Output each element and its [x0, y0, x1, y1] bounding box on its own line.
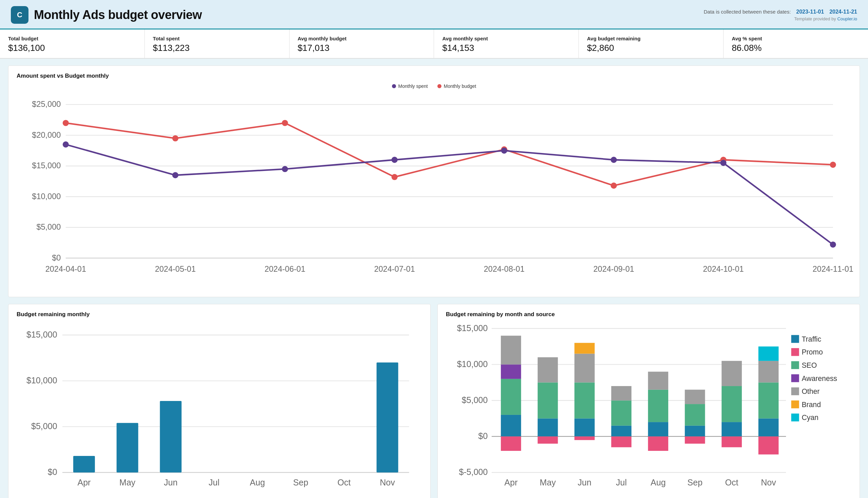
line-chart-card: Amount spent vs Budget monthly Monthly s…: [8, 65, 860, 297]
svg-text:$25,000: $25,000: [32, 100, 61, 108]
svg-rect-85: [574, 343, 595, 354]
svg-point-23: [63, 120, 69, 126]
date-end-link[interactable]: 2024-11-21: [829, 9, 857, 15]
svg-text:Promo: Promo: [802, 349, 823, 356]
svg-rect-80: [538, 436, 558, 444]
svg-text:$15,000: $15,000: [32, 161, 61, 170]
kpi-card-0: Total budget $136,100: [0, 29, 145, 58]
svg-point-31: [63, 142, 69, 147]
svg-text:Apr: Apr: [504, 478, 517, 487]
svg-point-32: [172, 172, 178, 178]
legend-budget: Monthly budget: [437, 83, 476, 89]
svg-point-37: [720, 160, 726, 166]
svg-point-24: [172, 135, 178, 142]
svg-text:Oct: Oct: [725, 478, 738, 487]
svg-rect-96: [648, 436, 668, 451]
kpi-value-0: $136,100: [8, 43, 136, 53]
svg-text:Sep: Sep: [293, 478, 309, 487]
svg-rect-89: [611, 401, 632, 426]
svg-point-30: [830, 162, 836, 168]
svg-rect-75: [501, 436, 521, 451]
svg-text:2024-09-01: 2024-09-01: [593, 265, 634, 273]
kpi-label-1: Total spent: [153, 36, 281, 41]
svg-rect-90: [611, 386, 632, 400]
svg-text:$20,000: $20,000: [32, 131, 61, 140]
svg-rect-95: [648, 372, 668, 390]
svg-rect-126: [791, 414, 799, 421]
svg-rect-110: [759, 361, 779, 383]
svg-text:2024-11-01: 2024-11-01: [813, 265, 853, 273]
svg-rect-48: [73, 456, 95, 473]
svg-text:Nov: Nov: [380, 478, 395, 487]
svg-rect-105: [722, 361, 742, 386]
kpi-value-1: $113,223: [153, 43, 281, 53]
svg-text:C: C: [17, 11, 22, 19]
template-credit: Template provided by Coupler.io: [704, 16, 857, 21]
svg-text:2024-04-01: 2024-04-01: [45, 265, 86, 273]
stacked-bar-svg: $-5,000$0$5,000$10,000$15,000AprMayJunJu…: [446, 322, 851, 498]
date-label: Data is collected between these dates:: [704, 9, 791, 15]
svg-rect-106: [722, 436, 742, 447]
kpi-card-4: Avg budget remaining $2,860: [579, 29, 723, 58]
stacked-bar-card: Budget remaining by month and source $-5…: [437, 304, 860, 498]
svg-text:$10,000: $10,000: [26, 376, 57, 385]
kpi-card-5: Avg % spent 86.08%: [723, 29, 868, 58]
svg-text:$10,000: $10,000: [457, 359, 488, 369]
svg-rect-93: [648, 422, 668, 436]
svg-text:Sep: Sep: [687, 478, 703, 487]
svg-rect-91: [611, 436, 632, 447]
svg-rect-103: [722, 422, 742, 436]
svg-text:$10,000: $10,000: [32, 192, 61, 201]
coupler-link[interactable]: Coupler.io: [837, 16, 857, 21]
svg-text:Nov: Nov: [761, 478, 776, 487]
kpi-label-3: Avg monthly spent: [442, 36, 570, 41]
bottom-charts-row: Budget remaining monthly $0$5,000$10,000…: [8, 304, 860, 498]
svg-rect-83: [574, 383, 595, 419]
logo-box: C: [11, 6, 28, 24]
svg-rect-72: [501, 379, 521, 415]
kpi-label-0: Total budget: [8, 36, 136, 41]
svg-rect-73: [501, 365, 521, 379]
svg-text:$-5,000: $-5,000: [459, 468, 488, 477]
svg-text:Aug: Aug: [651, 478, 666, 487]
legend-spent: Monthly spent: [392, 83, 428, 89]
budget-dot: [437, 84, 441, 88]
svg-text:Jun: Jun: [164, 478, 177, 487]
svg-text:$0: $0: [48, 468, 57, 477]
svg-text:Jul: Jul: [616, 478, 627, 487]
svg-text:Apr: Apr: [77, 478, 91, 487]
date-start-link[interactable]: 2023-11-01: [796, 9, 824, 15]
svg-text:Brand: Brand: [802, 401, 821, 408]
line-chart-title: Amount spent vs Budget monthly: [17, 73, 851, 79]
kpi-card-2: Avg monthly budget $17,013: [290, 29, 434, 58]
kpi-card-3: Avg monthly spent $14,153: [434, 29, 579, 58]
svg-text:$5,000: $5,000: [462, 395, 488, 405]
svg-rect-112: [759, 436, 779, 455]
svg-rect-86: [574, 436, 595, 440]
svg-rect-124: [791, 401, 799, 408]
svg-rect-77: [538, 419, 558, 436]
svg-rect-114: [791, 335, 799, 343]
svg-point-38: [830, 241, 836, 248]
svg-text:Other: Other: [802, 388, 819, 395]
svg-point-36: [611, 157, 617, 163]
kpi-label-5: Avg % spent: [732, 36, 860, 41]
svg-rect-101: [685, 436, 705, 444]
svg-rect-82: [574, 419, 595, 436]
kpi-value-5: 86.08%: [732, 43, 860, 53]
svg-text:May: May: [119, 478, 136, 487]
kpi-value-2: $17,013: [298, 43, 426, 53]
svg-text:Cyan: Cyan: [802, 414, 818, 422]
svg-rect-109: [759, 383, 779, 419]
svg-text:2024-06-01: 2024-06-01: [265, 265, 305, 273]
svg-rect-78: [538, 383, 558, 419]
svg-rect-120: [791, 375, 799, 382]
svg-rect-52: [160, 401, 182, 473]
svg-rect-111: [759, 347, 779, 361]
svg-rect-104: [722, 386, 742, 422]
line-chart-svg: $0$5,000$10,000$15,000$20,000$25,0002024…: [17, 92, 851, 289]
svg-text:$0: $0: [52, 253, 61, 262]
svg-text:$0: $0: [478, 432, 488, 441]
svg-rect-79: [538, 357, 558, 382]
svg-rect-88: [611, 426, 632, 436]
